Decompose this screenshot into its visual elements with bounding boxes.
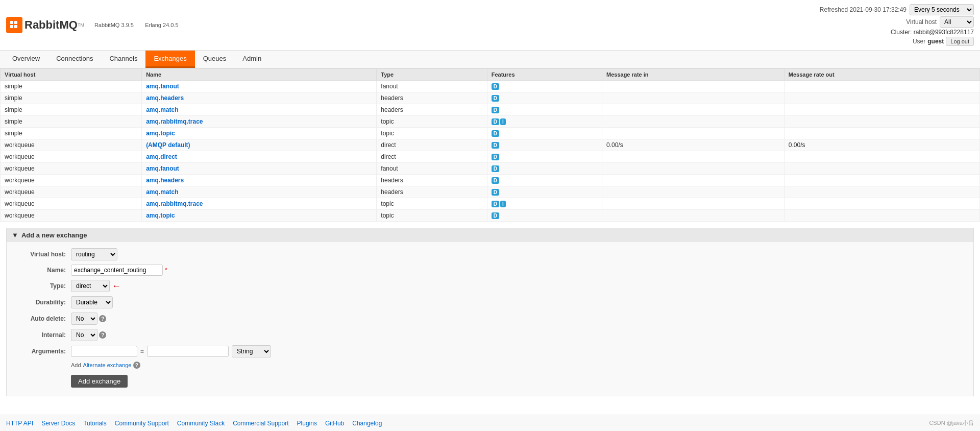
cell-name[interactable]: amq.match	[142, 186, 377, 198]
footer-link-http-api[interactable]: HTTP API	[6, 420, 33, 427]
cell-name[interactable]: amq.rabbitmq.trace	[142, 198, 377, 210]
footer-link-server-docs[interactable]: Server Docs	[41, 420, 75, 427]
cluster-row: Cluster: rabbit@993fc8228117	[891, 29, 974, 36]
vhost-label: Virtual host	[906, 18, 937, 26]
cell-vhost: workqueue	[1, 186, 142, 198]
cell-name[interactable]: amq.topic	[142, 128, 377, 139]
vhost-select[interactable]: All / routing	[940, 16, 974, 28]
col-rate-out: Message rate out	[784, 69, 979, 81]
add-argument-link[interactable]: Add	[71, 362, 81, 368]
vhost-row: Virtual host All / routing	[906, 16, 974, 28]
cell-rate-in	[602, 210, 785, 222]
cell-name[interactable]: amq.fanout	[142, 81, 377, 92]
footer-link-community-slack[interactable]: Community Slack	[177, 420, 225, 427]
footer-link-plugins[interactable]: Plugins	[297, 420, 317, 427]
alt-exchange-help-icon[interactable]: ?	[133, 362, 140, 369]
cell-vhost: workqueue	[1, 198, 142, 210]
cell-vhost: workqueue	[1, 175, 142, 186]
add-exchange-button[interactable]: Add exchange	[71, 375, 128, 388]
cell-name[interactable]: amq.match	[142, 104, 377, 116]
exchange-name-link[interactable]: amq.headers	[146, 177, 184, 184]
cell-type: topic	[377, 116, 487, 128]
exchange-name-link[interactable]: amq.headers	[146, 94, 184, 102]
cell-features: D	[487, 151, 602, 163]
table-row: workqueue(AMQP default)directD0.00/s0.00…	[1, 139, 980, 151]
name-field-row: Name: *	[15, 265, 965, 276]
arguments-inputs: = String Boolean Number List	[71, 345, 271, 357]
footer-link-tutorials[interactable]: Tutorials	[83, 420, 107, 427]
exchange-name-link[interactable]: amq.fanout	[146, 83, 179, 90]
new-exchange-auto-delete-select[interactable]: No Yes	[71, 313, 97, 325]
type-field-row: Type: direct fanout headers topic ←	[15, 280, 965, 292]
vhost-field-label: Virtual host:	[15, 251, 71, 258]
nav-item-admin[interactable]: Admin	[234, 51, 270, 68]
footer-link-github[interactable]: GitHub	[325, 420, 344, 427]
cell-rate-in	[602, 104, 785, 116]
nav-item-channels[interactable]: Channels	[101, 51, 145, 68]
nav-item-overview[interactable]: Overview	[4, 51, 48, 68]
new-exchange-durability-select[interactable]: Durable Transient	[71, 296, 113, 308]
cell-features: D	[487, 163, 602, 175]
alternate-exchange-link[interactable]: Alternate exchange	[83, 362, 132, 368]
nav-item-queues[interactable]: Queues	[195, 51, 235, 68]
new-exchange-vhost-select[interactable]: routing / simple workqueue	[71, 248, 117, 260]
cell-name[interactable]: (AMQP default)	[142, 139, 377, 151]
new-exchange-internal-select[interactable]: No Yes	[71, 329, 97, 341]
cell-type: direct	[377, 151, 487, 163]
cell-features: DI	[487, 198, 602, 210]
cell-rate-out	[784, 186, 979, 198]
user-row: User guest Log out	[913, 37, 974, 46]
nav-item-exchanges[interactable]: Exchanges	[145, 51, 194, 68]
arg-type-select[interactable]: String Boolean Number List	[232, 345, 271, 357]
cell-features: D	[487, 104, 602, 116]
cell-features: D	[487, 128, 602, 139]
new-exchange-type-select[interactable]: direct fanout headers topic	[71, 280, 110, 292]
logout-button[interactable]: Log out	[946, 37, 974, 46]
table-row: workqueueamq.headersheadersD	[1, 175, 980, 186]
cell-rate-out	[784, 81, 979, 92]
cell-name[interactable]: amq.headers	[142, 175, 377, 186]
arg-equals: =	[140, 348, 144, 355]
internal-help-icon[interactable]: ?	[99, 331, 106, 339]
nav: Overview Connections Channels Exchanges …	[0, 51, 980, 68]
rabbitmq-version: RabbitMQ 3.9.5	[94, 22, 134, 28]
exchange-name-link[interactable]: amq.match	[146, 106, 178, 113]
cell-name[interactable]: amq.rabbitmq.trace	[142, 116, 377, 128]
cell-type: headers	[377, 175, 487, 186]
cell-rate-out	[784, 163, 979, 175]
exchange-name-link[interactable]: amq.fanout	[146, 165, 179, 172]
exchange-name-link[interactable]: amq.match	[146, 188, 178, 196]
cell-vhost: workqueue	[1, 210, 142, 222]
cell-rate-out	[784, 128, 979, 139]
nav-item-connections[interactable]: Connections	[48, 51, 101, 68]
exchange-name-link[interactable]: amq.direct	[146, 153, 177, 160]
auto-delete-help-icon[interactable]: ?	[99, 315, 106, 322]
exchange-name-link[interactable]: amq.rabbitmq.trace	[146, 118, 203, 125]
arg-value-input[interactable]	[147, 346, 229, 357]
cluster-label: Cluster	[891, 29, 910, 36]
cell-type: headers	[377, 92, 487, 104]
cell-name[interactable]: amq.headers	[142, 92, 377, 104]
cell-rate-out	[784, 92, 979, 104]
cell-name[interactable]: amq.topic	[142, 210, 377, 222]
exchange-name-link[interactable]: amq.topic	[146, 212, 175, 219]
arg-key-input[interactable]	[71, 346, 137, 357]
footer-link-community-support[interactable]: Community Support	[115, 420, 169, 427]
new-exchange-name-input[interactable]	[71, 265, 163, 276]
add-exchange-header[interactable]: ▼ Add a new exchange	[7, 228, 973, 242]
cell-rate-in	[602, 175, 785, 186]
footer-link-commercial-support[interactable]: Commercial Support	[233, 420, 288, 427]
refresh-interval-select[interactable]: Every 5 seconds Every 10 seconds Every 3…	[910, 4, 974, 15]
cell-name[interactable]: amq.direct	[142, 151, 377, 163]
exchange-name-link[interactable]: amq.topic	[146, 130, 175, 137]
exchange-name-link[interactable]: amq.rabbitmq.trace	[146, 200, 203, 207]
col-features: Features	[487, 69, 602, 81]
arguments-field-row: Arguments: = String Boolean Number List	[15, 345, 965, 357]
cell-name[interactable]: amq.fanout	[142, 163, 377, 175]
exchange-name-link[interactable]: (AMQP default)	[146, 141, 190, 149]
footer-link-changelog[interactable]: Changelog	[352, 420, 382, 427]
cell-features: D	[487, 139, 602, 151]
collapse-icon: ▼	[12, 231, 18, 239]
submit-row: Add exchange	[15, 373, 965, 390]
main-content: Virtual host Name Type Features Message …	[0, 68, 980, 415]
